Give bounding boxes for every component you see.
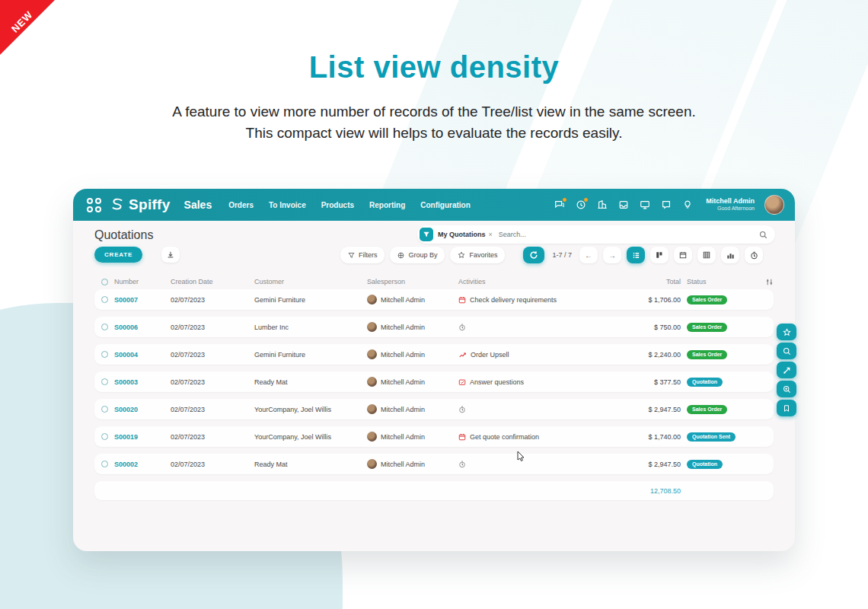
favorites-button[interactable]: Favorites [450,247,505,263]
activity-label: Check delivery requirements [470,296,557,304]
table-row[interactable]: S00006 02/07/2023 Lumber Inc Mitchell Ad… [94,317,774,337]
pager-next-button[interactable]: → [603,247,621,263]
mouse-cursor [517,451,525,461]
nav-menu-item[interactable]: Products [321,201,354,209]
col-total[interactable]: Total [614,278,687,285]
user-name: Mitchell Admin [706,197,755,205]
salesperson-avatar [367,377,377,387]
row-checkbox[interactable] [101,324,108,330]
search-input[interactable] [499,231,759,238]
view-pivot-button[interactable] [697,247,716,263]
view-list-button[interactable] [627,247,645,263]
nav-menu-item[interactable]: To Invoice [269,201,306,209]
page: NEW List view density A feature to view … [0,0,868,609]
search-facet[interactable]: My Quotations [438,231,486,238]
col-customer[interactable]: Customer [254,278,367,285]
row-number[interactable]: S00004 [114,351,171,359]
note-icon[interactable] [660,199,672,211]
apps-menu-icon[interactable] [87,198,101,212]
table-row[interactable]: S00007 02/07/2023 Gemini Furniture Mitch… [94,289,774,310]
row-salesperson: Mitchell Admin [367,404,458,414]
view-activity-button[interactable] [745,247,763,263]
row-activity[interactable] [458,461,614,468]
col-creation-date[interactable]: Creation Date [171,278,254,285]
pager-previous-button[interactable]: ← [579,247,598,263]
table-row[interactable]: S00020 02/07/2023 YourCompany, Joel Will… [94,399,774,419]
nav-menu-item[interactable]: Orders [228,201,254,209]
row-customer: Ready Mat [254,461,367,468]
row-number[interactable]: S00003 [114,378,171,386]
col-activities[interactable]: Activities [458,278,614,285]
row-creation-date: 02/07/2023 [171,351,254,359]
create-button[interactable]: CREATE [94,247,142,263]
row-activity[interactable]: Check delivery requirements [458,296,614,304]
search-bar[interactable]: My Quotations × [417,225,775,244]
optional-columns-icon[interactable] [754,278,774,286]
salesperson-avatar [367,404,377,414]
salesperson-avatar [367,322,377,332]
current-app-name[interactable]: Sales [184,199,212,211]
row-number[interactable]: S00006 [114,324,171,331]
group-by-icon [397,252,404,259]
row-checkbox[interactable] [101,406,108,413]
col-salesperson[interactable]: Salesperson [367,278,458,285]
row-checkbox[interactable] [101,296,108,303]
row-checkbox[interactable] [101,461,108,467]
kanban-view-icon [656,251,663,259]
group-by-button[interactable]: Group By [390,247,445,263]
favorite-side-button[interactable] [777,324,796,340]
zoom-in-side-button[interactable] [777,381,796,397]
row-number[interactable]: S00002 [114,461,171,468]
search-icon[interactable] [759,231,767,239]
table-row[interactable]: S00002 02/07/2023 Ready Mat Mitchell Adm… [94,454,774,474]
row-salesperson: Mitchell Admin [367,322,458,332]
table-row[interactable]: S00019 02/07/2023 YourCompany, Joel Will… [94,426,774,447]
col-number[interactable]: Number [114,278,171,285]
display-icon[interactable] [639,199,650,211]
tips-icon[interactable] [681,199,693,211]
row-checkbox[interactable] [101,378,108,385]
export-button[interactable] [161,247,180,263]
user-avatar[interactable] [764,195,784,215]
bookmark-icon [783,404,790,413]
pivot-view-icon [703,251,710,259]
col-status[interactable]: Status [687,278,754,285]
view-calendar-button[interactable] [674,247,692,263]
activity-label: Answer questions [470,378,524,386]
select-all-checkbox[interactable] [101,279,108,285]
search-side-button[interactable] [777,343,796,359]
refresh-button[interactable] [523,247,544,263]
company-icon[interactable] [596,199,608,211]
row-activity[interactable]: Get quote confirmation [458,433,614,441]
graph-view-icon [726,251,735,260]
quotations-table: Number Creation Date Customer Salesperso… [94,274,774,500]
row-checkbox[interactable] [101,351,108,358]
table-row[interactable]: S00004 02/07/2023 Gemini Furniture Mitch… [94,344,774,365]
messages-icon[interactable] [554,199,565,211]
row-activity[interactable] [458,406,614,413]
user-menu[interactable]: Mitchell Admin Good Afternoon [706,197,755,212]
table-row[interactable]: S00003 02/07/2023 Ready Mat Mitchell Adm… [94,371,774,392]
filters-button[interactable]: Filters [340,247,385,263]
nav-menu-item[interactable]: Reporting [369,201,405,209]
row-number[interactable]: S00007 [114,296,171,304]
row-activity[interactable] [458,324,614,331]
view-kanban-button[interactable] [650,247,669,263]
row-activity[interactable]: Order Upsell [458,351,614,359]
row-number[interactable]: S00020 [114,406,171,413]
resize-side-button[interactable] [777,362,796,378]
inbox-icon[interactable] [617,199,629,211]
facet-remove-icon[interactable]: × [489,231,493,238]
nav-menu-item[interactable]: Configuration [420,201,471,209]
view-graph-button[interactable] [721,247,739,263]
row-activity[interactable]: Answer questions [458,378,614,386]
subtitle-line-1: A feature to view more number of records… [0,101,868,123]
activities-badge [583,197,589,202]
row-number[interactable]: S00019 [114,433,171,441]
activities-icon[interactable] [575,199,586,211]
bookmark-side-button[interactable] [777,400,796,416]
row-creation-date: 02/07/2023 [171,406,254,413]
activity-label: Order Upsell [471,351,509,359]
row-checkbox[interactable] [101,433,108,440]
brand-logo[interactable]: Spiffy [109,196,171,213]
